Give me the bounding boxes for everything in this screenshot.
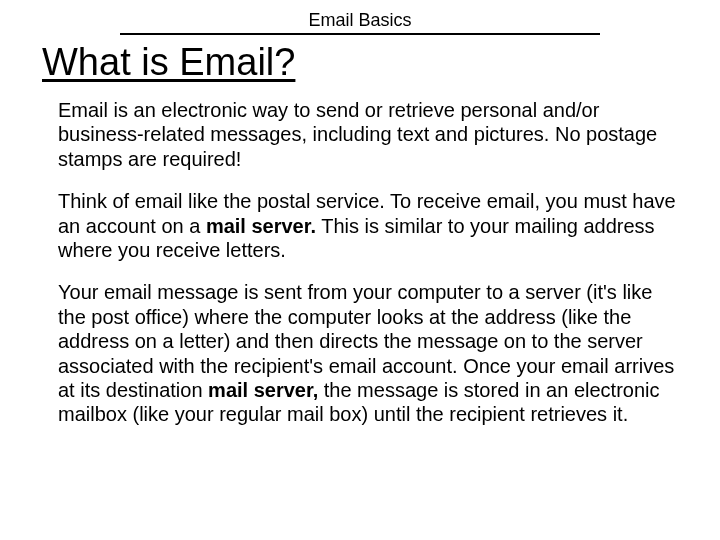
body-content: Email is an electronic way to send or re… <box>58 98 680 427</box>
paragraph-2: Think of email like the postal service. … <box>58 189 680 262</box>
page-title: What is Email? <box>42 41 720 84</box>
paragraph-3-bold: mail server, <box>208 379 318 401</box>
paragraph-1: Email is an electronic way to send or re… <box>58 98 680 171</box>
slide-header: Email Basics <box>0 10 720 35</box>
header-label: Email Basics <box>0 10 720 31</box>
paragraph-3: Your email message is sent from your com… <box>58 280 680 426</box>
paragraph-2-bold: mail server. <box>206 215 316 237</box>
header-divider <box>120 33 600 35</box>
